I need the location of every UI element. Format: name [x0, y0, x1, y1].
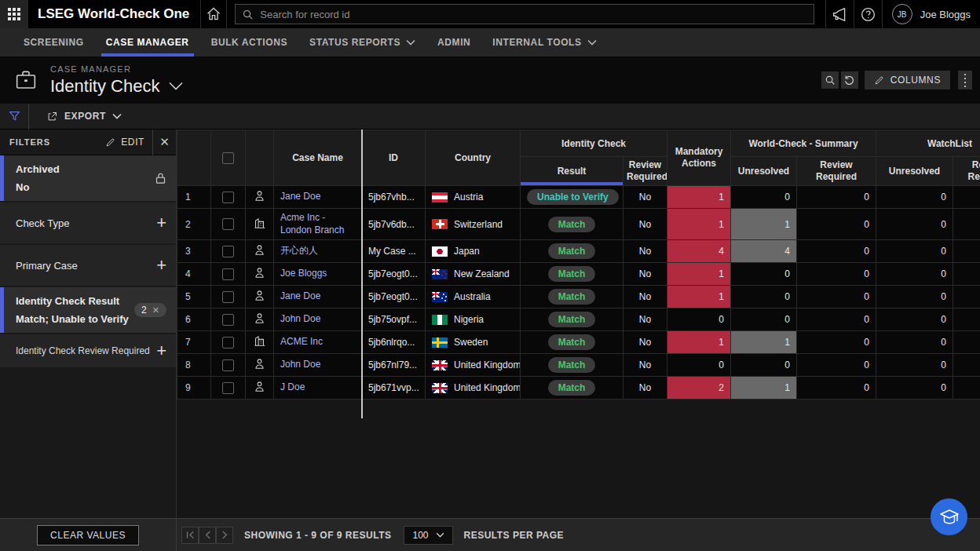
col-id[interactable]: ID	[362, 130, 426, 186]
col-wc-unresolved[interactable]: Unresolved	[731, 157, 797, 186]
nav-status-reports[interactable]: STATUS REPORTS	[298, 28, 426, 57]
export-button[interactable]: EXPORT	[46, 111, 128, 122]
case-name-link[interactable]: Acme Inc - London Branch	[280, 212, 344, 235]
col-case-name[interactable]: Case Name	[274, 130, 362, 186]
filters-panel: FILTERS EDIT ✕ Archived No Check Type +	[0, 130, 177, 518]
user-menu[interactable]: JB Joe Bloggs	[882, 0, 980, 28]
megaphone-icon	[832, 6, 848, 23]
case-name-cell: Jane Doe	[274, 186, 362, 209]
nav-internal-tools[interactable]: INTERNAL TOOLS	[481, 28, 607, 57]
row-checkbox[interactable]	[222, 337, 234, 348]
home-icon	[206, 6, 221, 22]
record-search[interactable]	[235, 4, 814, 24]
result-badge: Match	[548, 380, 596, 396]
row-checkbox[interactable]	[222, 359, 234, 371]
row-number: 4	[177, 263, 211, 286]
filters-close-button[interactable]: ✕	[152, 130, 176, 155]
case-name-link[interactable]: Jane Doe	[280, 290, 320, 301]
wl-review-required-cell	[953, 331, 980, 354]
filter-primary-case[interactable]: Primary Case +	[0, 245, 176, 286]
case-name-link[interactable]: Jane Doe	[280, 191, 320, 202]
learning-widget-button[interactable]	[931, 498, 967, 535]
case-name-link[interactable]: Joe Bloggs	[280, 268, 327, 279]
nav-case-manager[interactable]: CASE MANAGER	[95, 28, 200, 57]
filter-identity-check-review-required[interactable]: Identity Check Review Required +	[0, 334, 176, 367]
add-icon[interactable]: +	[156, 257, 166, 274]
col-review-required[interactable]: Review Required	[623, 157, 667, 186]
row-checkbox[interactable]	[222, 268, 234, 280]
filter-check-type[interactable]: Check Type +	[0, 203, 176, 243]
filter-identity-check-result[interactable]: Identity Check Result Match; Unable to V…	[0, 287, 176, 333]
country-cell: United Kingdom	[426, 354, 521, 377]
case-name-link[interactable]: 开心的人	[280, 245, 318, 256]
col-result[interactable]: Result	[521, 157, 623, 186]
select-all-checkbox[interactable]	[222, 152, 234, 164]
more-options-button[interactable]	[958, 71, 972, 89]
record-search-input[interactable]	[260, 9, 806, 20]
col-wc-review-required[interactable]: Review Required	[797, 157, 876, 186]
col-mandatory-actions[interactable]: Mandatory Actions	[667, 130, 731, 186]
wl-review-required-cell	[953, 240, 980, 263]
columns-button[interactable]: COLUMNS	[865, 71, 950, 89]
page-title: Identity Check	[50, 76, 159, 97]
review-required-cell: No	[623, 377, 667, 400]
pinned-column-divider[interactable]	[361, 130, 363, 418]
entity-type-cell	[246, 209, 274, 240]
chevron-down-icon	[169, 82, 183, 90]
result-badge: Match	[548, 334, 596, 350]
entity-type-cell	[246, 354, 274, 377]
row-checkbox[interactable]	[222, 246, 234, 257]
row-select-cell	[211, 286, 246, 308]
case-name-cell: 开心的人	[274, 240, 362, 263]
identity-check-result-cell: Match	[521, 331, 623, 354]
pager	[181, 527, 233, 544]
first-page-button[interactable]	[181, 527, 199, 544]
row-checkbox[interactable]	[222, 314, 234, 326]
nav-bulk-actions[interactable]: BULK ACTIONS	[200, 28, 298, 57]
col-country[interactable]: Country	[426, 130, 521, 186]
col-wl-review-required[interactable]: Review Required	[953, 157, 980, 186]
review-required-cell: No	[623, 263, 667, 286]
page-size-select[interactable]: 100	[404, 526, 452, 545]
row-checkbox[interactable]	[222, 382, 234, 394]
country-flag-icon	[432, 383, 448, 393]
remove-filter-icon[interactable]: ✕	[152, 305, 159, 316]
refresh-button[interactable]	[841, 71, 858, 89]
case-name-link[interactable]: ACME Inc	[280, 336, 323, 347]
country-flag-icon	[432, 360, 448, 370]
filter-count-badge[interactable]: 2✕	[134, 303, 166, 317]
col-wl-unresolved[interactable]: Unresolved	[876, 157, 953, 186]
page-title-dropdown[interactable]: Identity Check	[50, 76, 183, 97]
person-icon	[253, 243, 266, 257]
row-checkbox[interactable]	[222, 218, 234, 230]
row-checkbox[interactable]	[222, 291, 234, 303]
clear-values-button[interactable]: CLEAR VALUES	[37, 525, 139, 546]
next-page-button[interactable]	[216, 527, 233, 544]
row-number: 3	[177, 240, 211, 263]
organisation-icon	[253, 217, 266, 230]
result-badge: Match	[548, 289, 596, 305]
row-checkbox[interactable]	[222, 192, 234, 203]
table-search-button[interactable]	[821, 71, 839, 89]
case-name-link[interactable]: John Doe	[280, 359, 320, 370]
case-name-link[interactable]: John Doe	[280, 313, 320, 324]
home-button[interactable]	[200, 0, 227, 28]
row-select-cell	[211, 186, 246, 209]
announcements-button[interactable]	[825, 0, 854, 28]
nav-screening[interactable]: SCREENING	[13, 28, 95, 57]
filters-toggle-button[interactable]	[0, 104, 29, 130]
case-name-cell: John Doe	[274, 354, 362, 377]
add-icon[interactable]: +	[156, 342, 166, 359]
case-name-link[interactable]: J Doe	[280, 381, 305, 392]
app-switcher-icon[interactable]	[0, 0, 28, 28]
help-button[interactable]	[854, 0, 882, 28]
add-icon[interactable]: +	[156, 214, 166, 232]
country-cell: Austria	[426, 186, 521, 209]
filter-archived[interactable]: Archived No	[0, 155, 176, 201]
prev-page-icon	[204, 531, 211, 539]
nav-admin[interactable]: ADMIN	[426, 28, 481, 57]
prev-page-button[interactable]	[199, 527, 216, 544]
filters-edit-button[interactable]: EDIT	[105, 137, 152, 148]
case-id-cell: 5jb67nl79...	[362, 354, 426, 377]
row-number: 6	[177, 308, 211, 331]
